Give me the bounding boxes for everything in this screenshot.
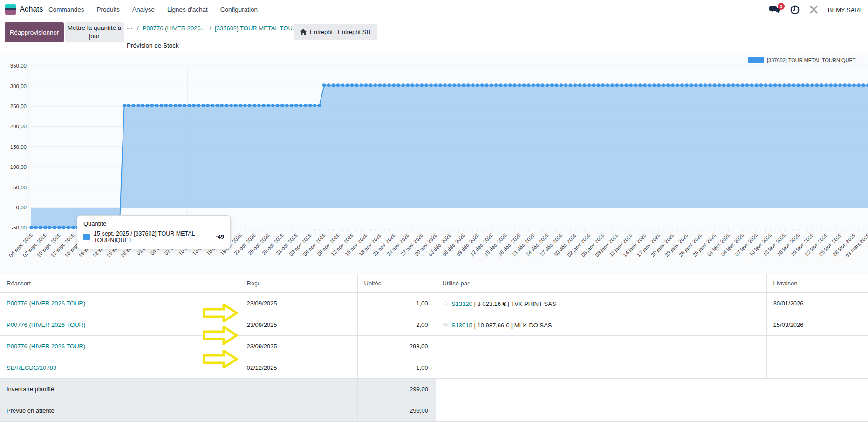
data-point-marker[interactable] — [457, 83, 460, 87]
data-point-marker[interactable] — [448, 83, 451, 87]
data-point-marker[interactable] — [276, 104, 279, 107]
data-point-marker[interactable] — [578, 83, 581, 87]
col-header-reassort[interactable]: Réassort — [0, 274, 240, 293]
data-point-marker[interactable] — [169, 104, 172, 107]
menu-item-produits[interactable]: Produits — [97, 6, 120, 13]
data-point-marker[interactable] — [183, 104, 186, 107]
data-point-marker[interactable] — [211, 104, 214, 107]
replenish-button[interactable]: Réapprovisionner — [5, 22, 64, 42]
breadcrumb-product-link[interactable]: [337602] TOUR METAL TOU... — [215, 25, 298, 32]
data-point-marker[interactable] — [53, 226, 56, 229]
data-point-marker[interactable] — [820, 83, 823, 87]
col-header-unites[interactable]: Unités — [357, 274, 436, 293]
data-point-marker[interactable] — [629, 83, 632, 87]
menu-item-commandes[interactable]: Commandes — [48, 6, 84, 13]
data-point-marker[interactable] — [708, 83, 711, 87]
company-name[interactable]: BEMY SARL — [828, 7, 862, 14]
data-point-marker[interactable] — [318, 104, 321, 107]
data-point-marker[interactable] — [485, 83, 488, 87]
data-point-marker[interactable] — [406, 83, 410, 87]
data-point-marker[interactable] — [834, 83, 837, 87]
reassort-link[interactable]: P00776 (HIVER 2026 TOUR) — [7, 343, 85, 350]
data-point-marker[interactable] — [699, 83, 702, 87]
data-point-marker[interactable] — [755, 83, 758, 87]
data-point-marker[interactable] — [722, 83, 725, 87]
data-point-marker[interactable] — [267, 104, 270, 107]
data-point-marker[interactable] — [57, 226, 61, 229]
data-point-marker[interactable] — [601, 83, 605, 87]
data-point-marker[interactable] — [611, 83, 614, 87]
data-point-marker[interactable] — [490, 83, 493, 87]
favorite-star-icon[interactable]: ☆ — [443, 321, 449, 329]
data-point-marker[interactable] — [443, 83, 446, 87]
data-point-marker[interactable] — [308, 104, 312, 107]
data-point-marker[interactable] — [736, 83, 739, 87]
data-point-marker[interactable] — [806, 83, 809, 87]
data-point-marker[interactable] — [369, 83, 372, 87]
data-point-marker[interactable] — [685, 83, 688, 87]
data-point-marker[interactable] — [574, 83, 577, 87]
data-point-marker[interactable] — [466, 83, 470, 87]
data-point-marker[interactable] — [132, 104, 135, 107]
data-point-marker[interactable] — [383, 83, 386, 87]
warehouse-filter-badge[interactable]: Entrepôt : Entrepôt SB — [294, 24, 377, 40]
data-point-marker[interactable] — [560, 83, 563, 87]
data-point-marker[interactable] — [745, 83, 749, 87]
data-point-marker[interactable] — [783, 83, 786, 87]
data-point-marker[interactable] — [801, 83, 805, 87]
data-point-marker[interactable] — [680, 83, 683, 87]
data-point-marker[interactable] — [248, 104, 251, 107]
data-point-marker[interactable] — [829, 83, 832, 87]
data-point-marker[interactable] — [811, 83, 814, 87]
data-point-marker[interactable] — [62, 226, 65, 229]
data-point-marker[interactable] — [229, 104, 232, 107]
data-point-marker[interactable] — [494, 83, 498, 87]
data-point-marker[interactable] — [201, 104, 205, 107]
col-header-recu[interactable]: Reçu — [240, 274, 357, 293]
data-point-marker[interactable] — [420, 83, 423, 87]
menu-item-analyse[interactable]: Analyse — [132, 6, 155, 13]
data-point-marker[interactable] — [364, 83, 368, 87]
data-point-marker[interactable] — [750, 83, 753, 87]
data-point-marker[interactable] — [123, 104, 126, 107]
data-point-marker[interactable] — [262, 104, 265, 107]
data-point-marker[interactable] — [532, 83, 535, 87]
data-point-marker[interactable] — [825, 83, 828, 87]
data-point-marker[interactable] — [797, 83, 800, 87]
data-point-marker[interactable] — [178, 104, 182, 107]
data-point-marker[interactable] — [429, 83, 432, 87]
data-point-marker[interactable] — [555, 83, 558, 87]
data-point-marker[interactable] — [415, 83, 418, 87]
data-point-marker[interactable] — [527, 83, 530, 87]
data-point-marker[interactable] — [499, 83, 502, 87]
data-point-marker[interactable] — [388, 83, 391, 87]
sale-order-link[interactable]: S13120 — [451, 300, 472, 307]
data-point-marker[interactable] — [271, 104, 274, 107]
chart-legend[interactable]: [337602] TOUR METAL TOURNIQUET... — [748, 57, 868, 63]
data-point-marker[interactable] — [234, 104, 237, 107]
data-point-marker[interactable] — [592, 83, 595, 87]
data-point-marker[interactable] — [206, 104, 209, 107]
data-point-marker[interactable] — [402, 83, 405, 87]
data-point-marker[interactable] — [508, 83, 512, 87]
data-point-marker[interactable] — [504, 83, 507, 87]
debug-tools-button[interactable] — [809, 6, 818, 14]
data-point-marker[interactable] — [536, 83, 540, 87]
favorite-star-icon[interactable]: ☆ — [443, 299, 449, 307]
data-point-marker[interactable] — [360, 83, 363, 87]
data-point-marker[interactable] — [155, 104, 158, 107]
menu-item-configuration[interactable]: Configuration — [220, 6, 258, 13]
data-point-marker[interactable] — [718, 83, 721, 87]
data-point-marker[interactable] — [48, 226, 51, 229]
data-point-marker[interactable] — [588, 83, 591, 87]
data-point-marker[interactable] — [346, 83, 349, 87]
data-point-marker[interactable] — [615, 83, 619, 87]
data-point-marker[interactable] — [438, 83, 442, 87]
data-point-marker[interactable] — [150, 104, 154, 107]
data-point-marker[interactable] — [861, 83, 865, 87]
data-point-marker[interactable] — [285, 104, 288, 107]
data-point-marker[interactable] — [606, 83, 609, 87]
app-name[interactable]: Achats — [20, 5, 43, 14]
data-point-marker[interactable] — [462, 83, 465, 87]
data-point-marker[interactable] — [638, 83, 642, 87]
